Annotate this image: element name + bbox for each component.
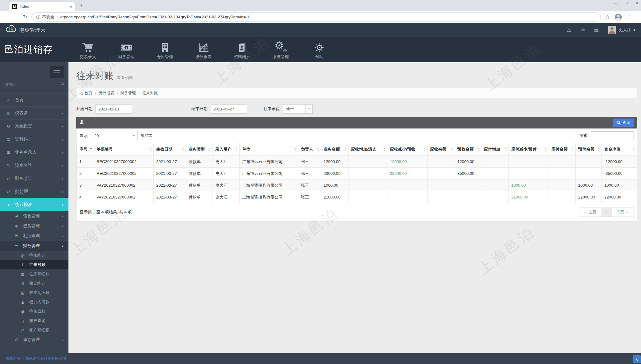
top-nav-finance[interactable]: 1财务管理 <box>107 39 146 60</box>
sidebar-item-purchase-management[interactable]: ▣进货管理‹ <box>0 221 68 231</box>
cell <box>481 180 509 191</box>
sidebar-item-data-maintenance[interactable]: ▤资料维护‹ <box>0 133 68 146</box>
top-nav-trade-entry[interactable]: 交易录入 <box>68 39 107 60</box>
breadcrumb-finance-management[interactable]: 财务管理 <box>120 91 136 96</box>
breadcrumb-statistics-reports[interactable]: 统计报表 <box>99 91 114 96</box>
warehouse-icon <box>159 39 171 53</box>
sidebar-item-account-ledger[interactable]: ⇄账户明细帐 <box>0 325 68 335</box>
tasks-icon[interactable]: ▤ <box>594 27 599 33</box>
browser-tab[interactable]: M Index × <box>9 2 75 11</box>
top-nav-data-maintenance[interactable]: 资料维护 <box>223 39 261 60</box>
column-header[interactable]: 应收增加/透支 <box>349 143 387 156</box>
cell: PAY20210327000002 <box>94 180 154 191</box>
start-date-input[interactable] <box>96 104 132 114</box>
sidebar-item-inventory-management[interactable]: ✐库存管理‹ <box>0 335 68 345</box>
table-row[interactable]: 2REC202103270000022021-03-27收款单史大江广东博远石业… <box>77 168 637 180</box>
column-header[interactable]: 应付余额 <box>549 143 576 156</box>
page-size-select[interactable]: 20 ▼ <box>91 131 138 140</box>
sidebar-item-statistics-reports[interactable]: ◕统计报表‹ <box>0 198 68 211</box>
top-nav-help[interactable]: 帮助 <box>300 39 339 60</box>
prev-page-button[interactable]: ← 上页 <box>579 208 601 217</box>
user-menu[interactable]: 史大江 ▾ <box>608 26 635 34</box>
party-select[interactable]: 全部 ▼ <box>283 104 313 114</box>
sidebar-item-party-statistics[interactable]: ◎往来统计 <box>0 251 68 260</box>
breadcrumb-label: 财务管理 <box>120 91 136 96</box>
column-header[interactable]: 生效日期 <box>154 143 186 156</box>
browser-profile-avatar[interactable] <box>615 14 622 21</box>
next-page-button[interactable]: 下页 → <box>612 208 634 217</box>
column-header[interactable]: 应付减少/预付 <box>509 143 549 156</box>
breadcrumb-home[interactable]: ⌂首页 <box>80 91 92 96</box>
mail-icon[interactable]: ✉ <box>581 27 585 33</box>
column-header[interactable]: 负责人 <box>298 143 321 156</box>
table-search-label: 搜索: <box>579 133 588 138</box>
chevron-left-icon: ‹ <box>62 243 63 249</box>
sidebar-item-home[interactable]: ⌂首页 <box>0 93 68 106</box>
table-row[interactable]: 3PAY202103270000022021-03-27付款单史大江上海塑骄模具… <box>77 180 637 191</box>
alert-icon[interactable]: ⚠ <box>567 27 571 33</box>
column-header[interactable]: 业务类型 <box>186 143 213 156</box>
bookmark-star-icon[interactable]: ☆ <box>605 14 610 20</box>
sidebar-toggle-button[interactable] <box>50 66 64 78</box>
window-close-icon[interactable]: × <box>635 1 638 5</box>
sidebar-item-batch-processing[interactable]: ⇄批处理‹ <box>0 185 68 198</box>
sidebar-item-party-ledger[interactable]: ▦往来明细账 <box>0 269 68 279</box>
finance-icon: 1 <box>120 39 133 53</box>
column-header[interactable]: 预收余额 <box>455 143 481 156</box>
column-header[interactable]: 应付增加 <box>481 143 509 156</box>
current-page[interactable]: 1 <box>601 208 612 217</box>
top-nav-label: 交易录入 <box>80 54 96 60</box>
sidebar-item-finance-management[interactable]: ▭财务管理‹ <box>0 241 68 251</box>
sidebar-item-party-reconciliation[interactable]: £往来对账 <box>0 260 68 269</box>
column-header[interactable]: 录入用户 <box>213 143 240 156</box>
window-maximize-icon[interactable]: □ <box>625 1 628 5</box>
sidebar-item-agent-collection[interactable]: ♟经办人回款 <box>0 297 68 307</box>
forward-icon[interactable]: → <box>14 14 19 20</box>
column-label: 应付增加 <box>484 147 500 152</box>
window-minimize-icon[interactable]: ─ <box>614 1 617 5</box>
column-header[interactable]: 应收减少/预收 <box>387 143 428 156</box>
column-header[interactable]: 资金净值 <box>602 143 637 156</box>
table-search-input[interactable] <box>591 131 634 140</box>
column-header[interactable]: 单据编号 <box>94 143 154 156</box>
browser-menu-icon[interactable]: ⋮ <box>627 14 632 20</box>
reload-icon[interactable]: ↻ <box>23 14 27 20</box>
sidebar-item-sales-management[interactable]: ◄销售管理‹ <box>0 211 68 221</box>
brand[interactable]: 瀚琚管理云 <box>6 25 46 35</box>
back-to-top-button[interactable]: ∧ <box>633 355 641 363</box>
top-nav-statistics[interactable]: 统计报表 <box>184 39 223 60</box>
column-header[interactable]: 序号 <box>77 143 94 156</box>
sidebar-item-dashboard[interactable]: ▥仪表盘‹ <box>0 106 68 119</box>
sidebar-item-label: 仪表盘 <box>15 110 62 116</box>
sidebar-item-income-expense-stats[interactable]: $收支统计 <box>0 279 68 288</box>
query-button[interactable]: 查询 <box>613 119 634 127</box>
brand-title: 瀚琚管理云 <box>19 26 46 34</box>
browser-tab-bar: M Index × + ─ □ × <box>0 0 641 11</box>
top-nav-system[interactable]: ⚙⚙系统管理 <box>261 39 300 60</box>
column-header[interactable]: 业务金额 <box>321 143 349 156</box>
tab-close-icon[interactable]: × <box>70 4 72 9</box>
sidebar-search-input[interactable] <box>4 82 60 87</box>
sidebar-item-party-collection[interactable]: ◉往来回款 <box>0 307 68 316</box>
back-icon[interactable]: ← <box>4 14 9 20</box>
column-header[interactable]: 预付余额 <box>576 143 602 156</box>
column-header[interactable]: 单位 <box>240 143 298 156</box>
sidebar-item-system-settings[interactable]: ⚙系统设置‹ <box>0 119 68 133</box>
sidebar-item-transaction-query[interactable]: ✎流水查询‹ <box>0 159 68 172</box>
top-nav-warehouse[interactable]: 仓库管理 <box>146 39 184 60</box>
column-header[interactable]: 应收余额 <box>428 143 455 156</box>
cell: -35000.00 <box>602 168 637 180</box>
sidebar-item-order-entry[interactable]: ⊞业务单录入‹ <box>0 146 68 159</box>
info-icon[interactable]: ⓘ <box>36 14 40 20</box>
sidebar-item-income-expense-ledger[interactable]: ▧收支明细账 <box>0 288 68 297</box>
copyright-link[interactable]: 版权所有:上海邑泊信息科技有限公司 <box>6 356 66 361</box>
bookmark-icon: ▯ <box>19 319 26 323</box>
table-row[interactable]: 1REC202103270000022021-03-27收款单史大江广东博远石业… <box>77 156 637 168</box>
end-date-input[interactable] <box>211 104 247 114</box>
sidebar-item-profit-query[interactable]: ⚑利润查询‹ <box>0 231 68 241</box>
sidebar-item-account-query[interactable]: ▯账户查询 <box>0 316 68 325</box>
address-bar[interactable]: ⓘ 不安全 | erpdoc.epoerp.cn/Biz/Stat/PartyR… <box>31 12 601 22</box>
new-tab-button[interactable]: + <box>80 2 83 8</box>
table-row[interactable]: 4PAY202103270000022021-03-27付款单史大江上海塑骄模具… <box>77 191 637 203</box>
sidebar-item-financial-accounting[interactable]: ⇄财务会计‹ <box>0 172 68 185</box>
